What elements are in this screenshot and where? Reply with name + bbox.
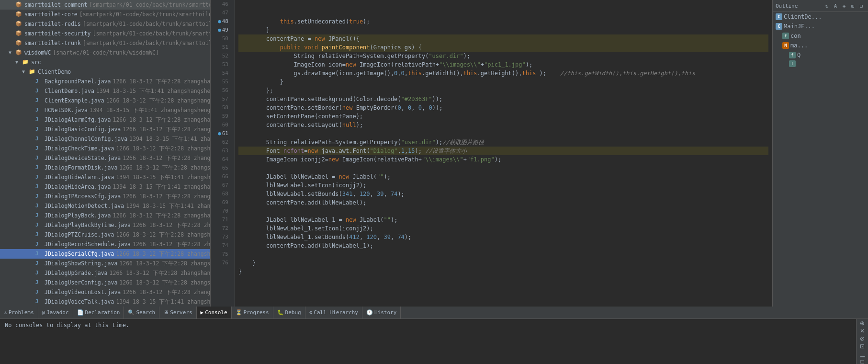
bottom-tab-progress[interactable]: ⏳Progress — [232, 307, 273, 319]
tree-item-wisdomWC[interactable]: ▼📦wisdomWC[smartwc/01-code/trunk/wisdomW… — [0, 48, 210, 57]
tree-item-meta: 1394 18-3-15 下午1:41 zhangshangsheng — [129, 135, 211, 143]
tree-item-JDialogMotionDetect[interactable]: JJDialogMotionDetect.java1394 18-3-15 下午… — [0, 201, 210, 211]
code-line-55: contentPane.setBackground(Color.decode("… — [238, 95, 768, 103]
tree-item-JDialogDeviceState[interactable]: JJDialogDeviceState.java1266 18-3-12 下午2… — [0, 153, 210, 163]
tree-item-ClientExample[interactable]: JClientExample.java1266 18-3-12 下午2:28 z… — [0, 96, 210, 105]
java-icon: J — [35, 173, 43, 182]
scroll-lock-btn[interactable]: ⊡ — [857, 343, 867, 350]
tree-item-ClientDemo[interactable]: JClientDemo.java1394 18-3-15 下午1:41 zhan… — [0, 86, 210, 96]
expand-all-icon[interactable]: ⊞ — [849, 2, 857, 10]
tree-item-smarttoilet-core[interactable]: 📦smarttoilet-core[smartpark/01-code/back… — [0, 10, 210, 19]
line-number-75: 75 — [211, 250, 231, 259]
outline-item-ClientDemo-class[interactable]: CClientDe... — [773, 12, 868, 22]
tree-item-JDialogPTZCruise[interactable]: JJDialogPTZCruise.java1266 18-3-12 下午2:2… — [0, 230, 210, 239]
tree-item-smarttoilet-redis[interactable]: 📦smarttoilet-redis[smartpark/01-code/bac… — [0, 19, 210, 29]
tree-item-JDialogAlarmCfg[interactable]: JJDialogAlarmCfg.java1266 18-3-12 下午2:28… — [0, 115, 210, 125]
bottom-tab-javadoc[interactable]: @Javadoc — [38, 307, 73, 319]
tree-item-BackgroundPanel[interactable]: JBackgroundPanel.java1266 18-3-12 下午2:28… — [0, 77, 210, 86]
tree-item-JDialogChannelConfig[interactable]: JJDialogChannelConfig.java1394 18-3-15 下… — [0, 134, 210, 144]
tree-item-JDialogCheckTime[interactable]: JJDialogCheckTime.java1266 18-3-12 下午2:2… — [0, 144, 210, 153]
sort-alpha-icon[interactable]: A — [832, 2, 839, 10]
tree-item-meta: 1266 18-3-12 下午2:28 zhangshangsheng — [116, 230, 211, 239]
tree-item-meta: 1266 18-3-12 下午2:28 zhangshangsheng — [113, 211, 211, 220]
code-line-50: String relativePath=System.getProperty("… — [238, 52, 768, 60]
bottom-tab-debug[interactable]: 🐛Debug — [273, 307, 305, 319]
tree-item-meta: [smartpark/01-code/back/trunk/smarttoile… — [90, 0, 211, 9]
file-tree: 📦smarttoilet-comment[smartpark/01-code/b… — [0, 0, 211, 307]
minimize-btn[interactable]: ▁ — [857, 351, 867, 357]
tree-item-JDialogIPAccessCfg[interactable]: JJDialogIPAccessCfg.java1266 18-3-12 下午2… — [0, 192, 210, 201]
tree-item-JDialogFormatDisk[interactable]: JJDialogFormatDisk.java1266 18-3-12 下午2:… — [0, 163, 210, 172]
debug-tab-icon: 🐛 — [277, 309, 284, 316]
clear-console-btn[interactable]: ⊘ — [857, 335, 867, 342]
tree-arrow: ▼ — [9, 48, 15, 57]
bottom-tab-problems[interactable]: ⚠Problems — [0, 307, 38, 319]
new-console-btn[interactable]: ⊕ — [857, 320, 867, 327]
progress-tab-icon: ⏳ — [236, 309, 242, 316]
tree-item-JDialogVideoInLost[interactable]: JJDialogVideoInLost.java1266 18-3-12 下午2… — [0, 287, 210, 297]
tree-item-JDialogPlayBackByTime[interactable]: JJDialogPlayBackByTime.java1266 18-3-12 … — [0, 220, 210, 230]
bottom-tab-search[interactable]: 🔍Search — [124, 307, 159, 319]
close-console-btn[interactable]: ✕ — [857, 328, 867, 334]
tree-item-meta: 1394 18-3-15 下午1:41 zhangshangsheng — [96, 87, 211, 95]
line-number-54: 54 — [211, 69, 231, 78]
outline-panel: Outline ↻ A ◈ ⊞ ⊟ CClientDe...CMainJF...… — [772, 0, 868, 307]
tree-item-label: JDialogMotionDetect.java — [45, 202, 124, 210]
outline-item-img-field[interactable]: f — [773, 60, 868, 68]
tree-item-meta: [smartwc/01-code/trunk/wisdomWC] — [53, 48, 159, 57]
tree-item-JDialogSerialCfg[interactable]: JJDialogSerialCfg.java1266 18-3-12 下午2:2… — [0, 249, 210, 259]
outline-item-Q-field[interactable]: fQ — [773, 50, 868, 60]
tree-item-JDialogRecordSchedule[interactable]: JJDialogRecordSchedule.java1266 18-3-12 … — [0, 239, 210, 249]
outline-item-ma-method[interactable]: Mma... — [773, 41, 868, 50]
tree-item-JDialogHideAlarm[interactable]: JJDialogHideAlarm.java1394 18-3-15 下午1:4… — [0, 172, 210, 182]
sync-icon[interactable]: ↻ — [823, 2, 831, 10]
tree-item-ClientDemo[interactable]: ▼📁ClientDemo — [0, 67, 210, 77]
line-number-48: ●48 — [211, 17, 231, 26]
tree-item-JDialogBasicConfig[interactable]: JJDialogBasicConfig.java1266 18-3-12 下午2… — [0, 125, 210, 134]
tree-item-meta: 1394 18-3-15 下午1:41 zhangshangsheng — [113, 182, 211, 191]
outline-item-con-field[interactable]: fcon — [773, 31, 868, 41]
collapse-all-icon[interactable]: ⊟ — [857, 2, 865, 10]
bottom-tab-servers[interactable]: 🖥Servers — [159, 307, 196, 319]
tree-item-smarttoilet-comment[interactable]: 📦smarttoilet-comment[smartpark/01-code/b… — [0, 0, 210, 10]
bottom-tab-callhierarchy[interactable]: ⚙Call Hierarchy — [305, 307, 362, 319]
line-number-59: 59 — [211, 112, 231, 121]
tree-item-JDialogVoiceTalk[interactable]: JJDialogVoiceTalk.java1394 18-3-15 下午1:4… — [0, 297, 210, 307]
javadoc-tab-label: Javadoc — [46, 309, 68, 316]
bottom-tab-history[interactable]: 🕐History — [362, 307, 401, 319]
tree-item-JDialogHideArea[interactable]: JJDialogHideArea.java1394 18-3-15 下午1:41… — [0, 182, 210, 192]
code-line-68 — [238, 207, 768, 216]
line-number-56: 56 — [211, 86, 231, 95]
tree-item-JDialogPlayBack[interactable]: JJDialogPlayBack.java1266 18-3-12 下午2:28… — [0, 211, 210, 220]
main-container: 📦smarttoilet-comment[smartpark/01-code/b… — [0, 0, 868, 307]
tree-item-smarttoilet-security[interactable]: 📦smarttoilet-security[smartpark/01-code/… — [0, 29, 210, 38]
outline-item-label: MainJF... — [784, 22, 815, 31]
tree-item-label: JDialogVoiceTalk.java — [45, 297, 114, 306]
java-icon: J — [35, 297, 43, 306]
tree-item-meta: 1394 18-3-15 下午1:41 zhangshangsheng — [116, 297, 211, 306]
repo-icon: 📦 — [15, 48, 23, 57]
code-content[interactable]: this.setUndecorated(true); } contentPane… — [235, 0, 772, 307]
sort-visibility-icon[interactable]: ◈ — [840, 2, 848, 10]
tree-item-smarttoilet-trunk[interactable]: 📦smarttoilet-trunk[smartpark/01-code/bac… — [0, 38, 210, 48]
tree-item-label: JDialogSerialCfg.java — [45, 250, 114, 258]
bottom-tabs: ⚠Problems@Javadoc📄Declaration🔍Search🖥Ser… — [0, 307, 868, 319]
problems-tab-label: Problems — [9, 309, 34, 316]
method-icon: M — [782, 42, 789, 49]
code-line-73 — [238, 250, 768, 259]
tree-item-meta: 1266 18-3-12 下午2:28 zhangshangsheng — [119, 278, 211, 287]
outline-item-MainJF-class[interactable]: CMainJF... — [773, 22, 868, 31]
java-icon: J — [35, 135, 43, 143]
code-line-58: contentPane.setLayout(null); — [238, 121, 768, 129]
tree-item-src[interactable]: ▼📁src — [0, 57, 210, 67]
bottom-tab-console[interactable]: ▶Console — [197, 307, 232, 319]
tree-item-HCNetSDK[interactable]: JHCNetSDK.java1394 18-3-15 下午1:41 zhangs… — [0, 105, 210, 115]
maximize-btn[interactable]: □ — [857, 358, 867, 364]
bottom-tab-declaration[interactable]: 📄Declaration — [73, 307, 124, 319]
tree-item-JDialogUserConfig[interactable]: JJDialogUserConfig.java1266 18-3-12 下午2:… — [0, 278, 210, 287]
tree-item-JDialogShowString[interactable]: JJDialogShowString.java1266 18-3-12 下午2:… — [0, 259, 210, 268]
tree-item-meta: 1266 18-3-12 下午2:28 zhangshangsheng — [113, 115, 211, 124]
tree-item-JDialogUpGrade[interactable]: JJDialogUpGrade.java1266 18-3-12 下午2:28 … — [0, 268, 210, 278]
tree-item-label: JDialogPlayBackByTime.java — [45, 221, 131, 229]
declaration-tab-icon: 📄 — [77, 309, 84, 316]
